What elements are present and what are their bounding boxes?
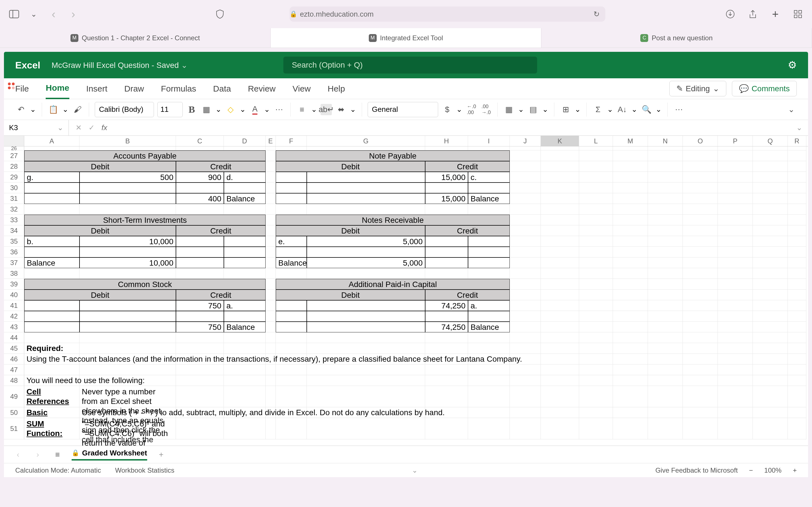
cell[interactable] [80, 268, 176, 279]
cell[interactable] [613, 332, 648, 343]
cell[interactable] [276, 247, 307, 258]
cell[interactable] [648, 375, 683, 386]
cell[interactable]: Credit [425, 225, 510, 236]
cell[interactable] [176, 247, 224, 258]
cell[interactable]: Using the T-account balances (and the in… [24, 354, 80, 364]
cell[interactable] [613, 268, 648, 279]
cell[interactable] [24, 364, 80, 375]
col-header[interactable]: D [224, 136, 266, 146]
cell[interactable] [788, 343, 806, 354]
cell[interactable] [307, 364, 425, 375]
cell[interactable] [80, 247, 176, 258]
cell[interactable] [224, 343, 266, 354]
spreadsheet-grid[interactable]: A B C D E F G H I J K L M N O P Q R 2627… [4, 136, 808, 446]
format-painter-icon[interactable]: 🖌 [72, 104, 83, 115]
cell[interactable] [224, 375, 266, 386]
row-header[interactable]: 30 [4, 182, 24, 193]
cell[interactable]: Credit [176, 290, 266, 300]
cell[interactable] [648, 258, 683, 268]
cell[interactable] [579, 375, 613, 386]
cell[interactable]: 10,000 [80, 258, 176, 268]
cell[interactable] [24, 193, 80, 204]
cell[interactable] [266, 268, 276, 279]
cell[interactable] [683, 290, 718, 300]
cell[interactable] [753, 386, 788, 407]
cell[interactable] [648, 364, 683, 375]
col-header[interactable]: H [425, 136, 468, 146]
cell[interactable] [579, 151, 613, 161]
cell[interactable] [266, 375, 276, 386]
cell[interactable] [80, 322, 176, 332]
row-header[interactable]: 43 [4, 322, 24, 332]
tabs-icon[interactable] [792, 8, 804, 20]
cell[interactable] [613, 290, 648, 300]
cell[interactable] [266, 343, 276, 354]
cell[interactable] [788, 322, 806, 332]
cell[interactable] [266, 364, 276, 375]
cell[interactable] [613, 182, 648, 193]
cell[interactable] [510, 386, 541, 407]
cell[interactable]: Debit [276, 290, 425, 300]
cell[interactable] [648, 300, 683, 311]
ribbon-insert[interactable]: Insert [86, 79, 107, 99]
cell[interactable] [718, 354, 753, 364]
cell[interactable] [718, 375, 753, 386]
cell[interactable] [788, 300, 806, 311]
cell[interactable] [468, 311, 510, 322]
accept-formula-icon[interactable]: ✓ [89, 123, 95, 132]
row-header[interactable]: 36 [4, 247, 24, 258]
cell[interactable] [266, 172, 276, 182]
cell[interactable] [510, 215, 541, 225]
cell[interactable] [307, 268, 425, 279]
cell[interactable] [425, 268, 468, 279]
row-header[interactable]: 29 [4, 172, 24, 182]
sidebar-toggle-icon[interactable] [8, 8, 20, 20]
cell[interactable] [224, 268, 266, 279]
cell[interactable] [718, 290, 753, 300]
cell[interactable] [276, 364, 307, 375]
cell[interactable] [683, 236, 718, 247]
bold-button[interactable]: B [186, 104, 197, 115]
cell[interactable] [718, 161, 753, 172]
cell[interactable] [718, 247, 753, 258]
cell[interactable] [276, 147, 307, 151]
cell[interactable] [24, 332, 80, 343]
cell[interactable] [276, 182, 307, 193]
cell[interactable] [307, 182, 425, 193]
cell[interactable] [541, 247, 579, 258]
cell[interactable] [579, 300, 613, 311]
browser-tab-2[interactable]: CPost a new question [541, 28, 812, 48]
cell[interactable] [307, 193, 425, 204]
all-sheets-icon[interactable]: ≡ [52, 449, 63, 460]
cell[interactable] [224, 386, 266, 407]
cell[interactable]: c. [468, 172, 510, 182]
row-header[interactable]: 44 [4, 332, 24, 343]
cell[interactable] [718, 332, 753, 343]
cell[interactable]: 74,250 [425, 322, 468, 332]
row-header[interactable]: 35 [4, 236, 24, 247]
cell[interactable] [541, 332, 579, 343]
cell[interactable] [24, 147, 80, 151]
row-header[interactable]: 26 [4, 147, 24, 151]
cell[interactable] [307, 322, 425, 332]
cell[interactable] [468, 364, 510, 375]
cell[interactable] [718, 407, 753, 418]
cell[interactable] [176, 147, 224, 151]
cell[interactable] [266, 300, 276, 311]
row-header[interactable]: 50 [4, 407, 24, 418]
cell[interactable] [613, 258, 648, 268]
cell[interactable] [510, 147, 541, 151]
cell[interactable] [468, 204, 510, 215]
cell[interactable]: Credit [176, 225, 266, 236]
cell[interactable] [266, 182, 276, 193]
cell[interactable] [510, 236, 541, 247]
cell[interactable]: Credit [425, 290, 510, 300]
cell[interactable] [224, 311, 266, 322]
cell[interactable] [224, 182, 266, 193]
cell[interactable] [788, 247, 806, 258]
cell[interactable] [648, 147, 683, 151]
cell[interactable] [307, 300, 425, 311]
cell[interactable] [425, 236, 468, 247]
col-header[interactable]: M [613, 136, 648, 146]
cell[interactable] [24, 311, 80, 322]
